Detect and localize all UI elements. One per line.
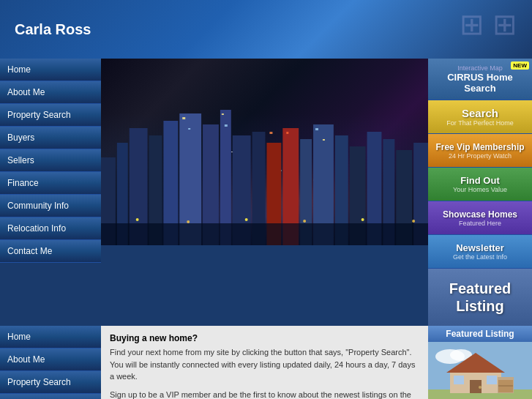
sidebar-item-finance[interactable]: Finance [0, 172, 101, 195]
sidebar-item-relocation[interactable]: Relocation Info [0, 217, 101, 240]
header: Carla Ross ⊞ ⊞ [0, 0, 532, 59]
cirrus-label: Interactive Map [457, 64, 503, 72]
city-skyline [101, 99, 428, 245]
svg-rect-25 [225, 124, 228, 127]
svg-rect-30 [101, 223, 428, 245]
main-layout: HomeAbout MeProperty SearchBuyersSellers… [0, 59, 532, 326]
svg-rect-23 [188, 128, 190, 130]
newsletter-main: Newsletter [456, 242, 504, 253]
sidebar-item-about[interactable]: About Me [0, 348, 101, 371]
svg-rect-26 [269, 132, 272, 134]
showcase-sub: Featured Here [459, 220, 501, 227]
svg-rect-46 [487, 376, 497, 384]
svg-rect-24 [222, 113, 224, 115]
sidebar-item-property-search[interactable]: Property Search [0, 371, 101, 394]
sidebar-item-home[interactable]: Home [0, 326, 101, 348]
new-badge: NEW [511, 61, 529, 70]
svg-point-31 [136, 218, 139, 221]
cirrus-main: CIRRUS Home Search [431, 72, 529, 94]
center-content [101, 59, 428, 326]
vip-sub: 24 Hr Property Watch [449, 152, 512, 160]
sidebar: HomeAbout MeProperty SearchBuyersSellers… [0, 59, 101, 326]
sidebar-bottom: HomeAbout MeProperty SearchBuyersSellers… [0, 326, 101, 399]
sidebar-item-community[interactable]: Community Info [0, 195, 101, 217]
buying-text2: Sign up to be a VIP member and be the fi… [110, 389, 419, 400]
search-main: Search [462, 107, 498, 119]
newsletter-sub: Get the Latest Info [453, 253, 507, 261]
sidebar-item-sellers[interactable]: Sellers [0, 149, 101, 172]
newsletter-button[interactable]: Newsletter Get the Latest Info [428, 235, 532, 269]
search-button[interactable]: Search For That Perfect Home [428, 100, 532, 134]
header-decoration: ⊞ ⊞ [460, 7, 517, 41]
svg-point-35 [361, 218, 364, 221]
svg-rect-22 [182, 117, 185, 119]
bottom-layout: HomeAbout MeProperty SearchBuyersSellers… [0, 326, 532, 399]
svg-rect-27 [286, 132, 288, 134]
buying-title: Buying a new home? [110, 333, 419, 343]
house-image [428, 342, 532, 399]
site-title: Carla Ross [15, 21, 91, 38]
showcase-button[interactable]: Showcase Homes Featured Here [428, 201, 532, 235]
sidebar-item-buyers[interactable]: Buyers [0, 394, 101, 399]
sidebar-item-property-search[interactable]: Property Search [0, 104, 101, 127]
cirrus-button[interactable]: NEW Interactive Map CIRRUS Home Search [428, 59, 532, 100]
featured-listing-box: Featured Listing [428, 326, 532, 399]
findout-sub: Your Homes Value [453, 186, 507, 193]
bottom-content: Buying a new home? Find your next home f… [101, 326, 428, 399]
vip-button[interactable]: Free Vip Membership 24 Hr Property Watch [428, 134, 532, 168]
showcase-main: Showcase Homes [443, 209, 517, 220]
featured-listing-title: Featured Listing [428, 326, 532, 342]
svg-rect-45 [454, 376, 464, 384]
svg-point-34 [303, 220, 306, 223]
svg-point-44 [479, 386, 482, 389]
sidebar-item-home[interactable]: Home [0, 59, 101, 81]
svg-point-33 [245, 218, 248, 221]
vip-main: Free Vip Membership [435, 142, 524, 152]
sidebar-item-buyers[interactable]: Buyers [0, 127, 101, 149]
featured-listing-image [428, 342, 532, 399]
findout-button[interactable]: Find Out Your Homes Value [428, 168, 532, 201]
sidebar-item-about[interactable]: About Me [0, 81, 101, 104]
svg-rect-29 [323, 139, 325, 141]
featured-header: FeaturedListing [428, 269, 532, 326]
svg-rect-28 [315, 128, 318, 130]
sidebar-item-contact[interactable]: Contact Me [0, 240, 101, 263]
buying-text1: Find your next home from my site by clic… [110, 346, 419, 383]
bottom-right: Featured Listing [428, 326, 532, 399]
right-sidebar: NEW Interactive Map CIRRUS Home Search S… [428, 59, 532, 326]
hero-image [101, 59, 428, 245]
svg-point-36 [412, 220, 415, 223]
svg-point-32 [187, 220, 190, 223]
search-sub: For That Perfect Home [446, 119, 513, 127]
findout-main: Find Out [460, 175, 499, 186]
